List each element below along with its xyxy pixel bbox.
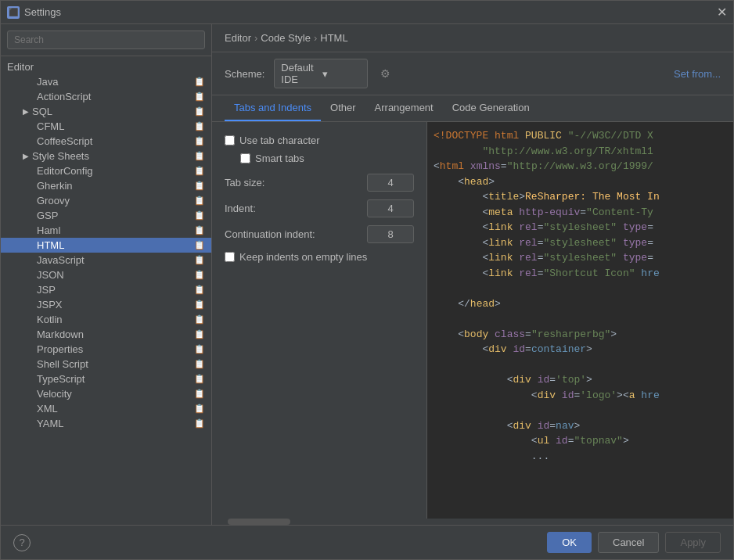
help-button[interactable]: ? — [13, 534, 31, 551]
copy-icon: 📋 — [194, 314, 205, 325]
copy-icon: 📋 — [194, 181, 205, 191]
breadcrumb-codestyle: Code Style — [261, 32, 311, 44]
sidebar-item-label: SQL — [32, 106, 52, 117]
editor-label: Editor — [7, 61, 34, 73]
tab-code-generation[interactable]: Code Generation — [443, 95, 539, 121]
smart-tabs-row: Smart tabs — [225, 153, 414, 164]
keep-indents-label: Keep indents on empty lines — [239, 251, 367, 263]
copy-icon: 📋 — [194, 136, 205, 146]
keep-indents-checkbox[interactable] — [225, 252, 235, 262]
sidebar-item-label: Java — [37, 76, 58, 88]
settings-left: Use tab character Smart tabs Tab size: I… — [212, 122, 427, 519]
copy-icon: 📋 — [194, 329, 205, 339]
sidebar-item-label: CFML — [37, 120, 64, 132]
search-bar — [1, 24, 211, 56]
sidebar-item-label: HTML — [37, 239, 64, 251]
bottom-right: OK Cancel Apply — [547, 532, 721, 553]
set-from-link[interactable]: Set from... — [674, 68, 721, 80]
tabs-row: Tabs and Indents Other Arrangement Code … — [212, 95, 733, 122]
sidebar-item-xml[interactable]: XML📋 — [1, 401, 211, 416]
breadcrumb-editor: Editor — [225, 32, 251, 44]
sidebar-item-jspx[interactable]: JSPX📋 — [1, 297, 211, 312]
sidebar-item-html[interactable]: HTML📋 — [1, 238, 211, 253]
ok-button[interactable]: OK — [547, 532, 592, 553]
copy-icon: 📋 — [194, 166, 205, 176]
tab-other[interactable]: Other — [321, 95, 365, 121]
copy-icon: 📋 — [194, 270, 205, 280]
sidebar-item-label: JSPX — [37, 299, 63, 311]
copy-icon: 📋 — [194, 389, 205, 399]
gear-icon[interactable]: ⚙ — [380, 67, 390, 80]
apply-button[interactable]: Apply — [665, 532, 721, 553]
use-tab-character-checkbox[interactable] — [225, 135, 235, 145]
sidebar-item-label: Style Sheets — [32, 150, 89, 162]
sidebar-item-coffeescript[interactable]: CoffeeScript📋 — [1, 134, 211, 149]
copy-icon: 📋 — [194, 404, 205, 414]
sidebar: Editor Java📋ActionScript📋▶SQL📋CFML📋Coffe… — [1, 24, 212, 525]
continuation-indent-row: Continuation indent: — [225, 225, 414, 243]
tab-size-input[interactable] — [367, 174, 414, 192]
keep-indents-row: Keep indents on empty lines — [225, 251, 414, 263]
expand-arrow: ▶ — [23, 107, 29, 116]
sidebar-item-shell-script[interactable]: Shell Script📋 — [1, 357, 211, 372]
sidebar-items: Java📋ActionScript📋▶SQL📋CFML📋CoffeeScript… — [1, 74, 211, 431]
sidebar-item-style-sheets[interactable]: ▶Style Sheets📋 — [1, 149, 211, 163]
continuation-indent-input[interactable] — [367, 225, 414, 243]
settings-panel: Use tab character Smart tabs Tab size: I… — [212, 122, 733, 519]
copy-icon: 📋 — [194, 374, 205, 384]
copy-icon: 📋 — [194, 285, 205, 295]
cancel-button[interactable]: Cancel — [598, 532, 659, 553]
copy-icon: 📋 — [194, 359, 205, 369]
sidebar-item-sql[interactable]: ▶SQL📋 — [1, 104, 211, 119]
sidebar-item-jsp[interactable]: JSP📋 — [1, 282, 211, 297]
sidebar-item-yaml[interactable]: YAML📋 — [1, 416, 211, 431]
sidebar-item-kotlin[interactable]: Kotlin📋 — [1, 312, 211, 327]
sidebar-item-groovy[interactable]: Groovy📋 — [1, 193, 211, 208]
indent-input[interactable] — [367, 199, 414, 217]
sidebar-item-gsp[interactable]: GSP📋 — [1, 208, 211, 223]
sidebar-item-cfml[interactable]: CFML📋 — [1, 119, 211, 134]
sidebar-item-properties[interactable]: Properties📋 — [1, 342, 211, 357]
sidebar-item-label: GSP — [37, 210, 58, 221]
sidebar-item-json[interactable]: JSON📋 — [1, 267, 211, 282]
smart-tabs-label: Smart tabs — [255, 153, 304, 164]
sidebar-item-label: Shell Script — [37, 358, 88, 370]
smart-tabs-checkbox[interactable] — [240, 153, 250, 163]
sidebar-item-editor[interactable]: Editor — [1, 59, 211, 74]
copy-icon: 📋 — [194, 300, 205, 310]
sidebar-item-javascript[interactable]: JavaScript📋 — [1, 253, 211, 267]
sidebar-item-markdown[interactable]: Markdown📋 — [1, 327, 211, 342]
sidebar-item-label: JSP — [37, 284, 56, 296]
settings-window: ⬛ Settings ✕ Editor Java📋ActionScript📋▶S… — [0, 0, 734, 560]
sidebar-item-label: Markdown — [37, 328, 84, 340]
sidebar-item-label: JSON — [37, 269, 64, 281]
sidebar-item-label: ActionScript — [37, 91, 91, 102]
search-input[interactable] — [7, 31, 205, 49]
sidebar-item-label: Haml — [37, 224, 60, 236]
sidebar-item-label: Kotlin — [37, 314, 63, 325]
tab-arrangement[interactable]: Arrangement — [365, 95, 443, 121]
sidebar-item-editorconfig[interactable]: EditorConfig📋 — [1, 163, 211, 178]
sidebar-item-haml[interactable]: Haml📋 — [1, 223, 211, 238]
sidebar-item-label: CoffeeScript — [37, 135, 92, 147]
copy-icon: 📋 — [194, 196, 205, 206]
sidebar-item-label: JavaScript — [37, 254, 85, 266]
close-button[interactable]: ✕ — [717, 6, 727, 19]
sidebar-item-gherkin[interactable]: Gherkin📋 — [1, 178, 211, 193]
sidebar-item-label: EditorConfig — [37, 165, 93, 177]
breadcrumb-sep1: › — [254, 32, 257, 44]
breadcrumb-html: HTML — [320, 32, 347, 44]
indent-row: Indent: — [225, 199, 414, 217]
copy-icon: 📋 — [194, 240, 205, 250]
scrollbar-thumb[interactable] — [228, 519, 290, 525]
sidebar-item-actionscript[interactable]: ActionScript📋 — [1, 89, 211, 104]
use-tab-character-row: Use tab character — [225, 135, 414, 146]
tab-tabs-and-indents[interactable]: Tabs and Indents — [225, 95, 321, 121]
horizontal-scrollbar[interactable] — [212, 519, 733, 525]
scheme-select[interactable]: Default IDE ▾ — [274, 59, 368, 88]
copy-icon: 📋 — [194, 344, 205, 354]
sidebar-item-velocity[interactable]: Velocity📋 — [1, 386, 211, 401]
sidebar-item-java[interactable]: Java📋 — [1, 74, 211, 89]
main-content: Editor Java📋ActionScript📋▶SQL📋CFML📋Coffe… — [1, 24, 733, 525]
sidebar-item-typescript[interactable]: TypeScript📋 — [1, 372, 211, 386]
